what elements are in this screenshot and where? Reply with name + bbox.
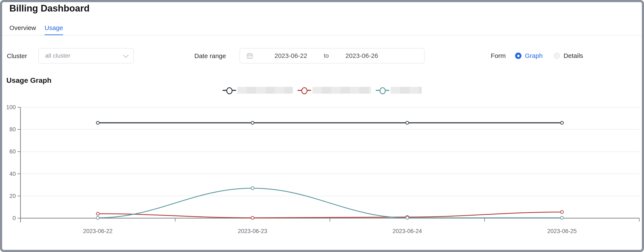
cluster-select[interactable]: all cluster bbox=[38, 48, 134, 63]
legend-item-1[interactable] bbox=[222, 87, 293, 94]
svg-text:2023-06-22: 2023-06-22 bbox=[83, 228, 112, 234]
cluster-select-value: all cluster bbox=[45, 52, 124, 59]
date-range-label: Date range bbox=[194, 52, 226, 60]
legend-item-2[interactable] bbox=[298, 87, 371, 94]
svg-text:60: 60 bbox=[10, 148, 16, 155]
date-to-value[interactable]: 2023-06-26 bbox=[346, 52, 378, 59]
radio-graph[interactable] bbox=[515, 52, 522, 59]
date-to-word: to bbox=[324, 52, 328, 59]
chart-legend bbox=[2, 87, 642, 94]
radio-dot bbox=[517, 55, 520, 57]
calendar-icon bbox=[246, 52, 253, 59]
usage-graph-title: Usage Graph bbox=[6, 76, 52, 84]
chevron-down-icon bbox=[123, 52, 129, 58]
form-label: Form bbox=[491, 52, 506, 59]
tab-usage[interactable]: Usage bbox=[44, 24, 63, 35]
legend-line-marker-icon bbox=[298, 87, 311, 94]
radio-graph-label[interactable]: Graph bbox=[525, 52, 542, 59]
legend-label-blurred bbox=[312, 87, 371, 94]
svg-text:80: 80 bbox=[10, 126, 16, 133]
radio-details[interactable] bbox=[554, 52, 560, 59]
legend-label-blurred bbox=[390, 87, 422, 94]
legend-label-blurred bbox=[238, 87, 293, 94]
date-from-value[interactable]: 2023-06-22 bbox=[274, 52, 307, 59]
form-radio-group: Form Graph Details bbox=[491, 48, 583, 63]
tab-overview[interactable]: Overview bbox=[10, 24, 36, 35]
cluster-label: Cluster bbox=[7, 52, 27, 60]
svg-text:2023-06-25: 2023-06-25 bbox=[547, 228, 577, 234]
usage-line-chart: 0204060801002023-06-222023-06-232023-06-… bbox=[2, 100, 644, 249]
date-range-picker[interactable]: 2023-06-22 to 2023-06-26 bbox=[240, 48, 424, 63]
legend-line-marker-icon bbox=[376, 87, 389, 94]
legend-line-marker-icon bbox=[222, 87, 236, 94]
svg-text:2023-06-24: 2023-06-24 bbox=[392, 228, 422, 234]
svg-text:2023-06-23: 2023-06-23 bbox=[238, 228, 267, 234]
dashboard-frame: Billing Dashboard Overview Usage Cluster… bbox=[0, 0, 644, 252]
header-divider bbox=[2, 35, 642, 35]
legend-item-3[interactable] bbox=[376, 87, 422, 94]
svg-text:0: 0 bbox=[12, 215, 16, 221]
svg-text:100: 100 bbox=[6, 104, 16, 110]
page-title: Billing Dashboard bbox=[10, 3, 90, 14]
svg-text:20: 20 bbox=[10, 193, 16, 199]
svg-text:40: 40 bbox=[10, 171, 16, 177]
tab-bar: Overview Usage bbox=[10, 24, 63, 35]
radio-details-label[interactable]: Details bbox=[564, 52, 583, 59]
